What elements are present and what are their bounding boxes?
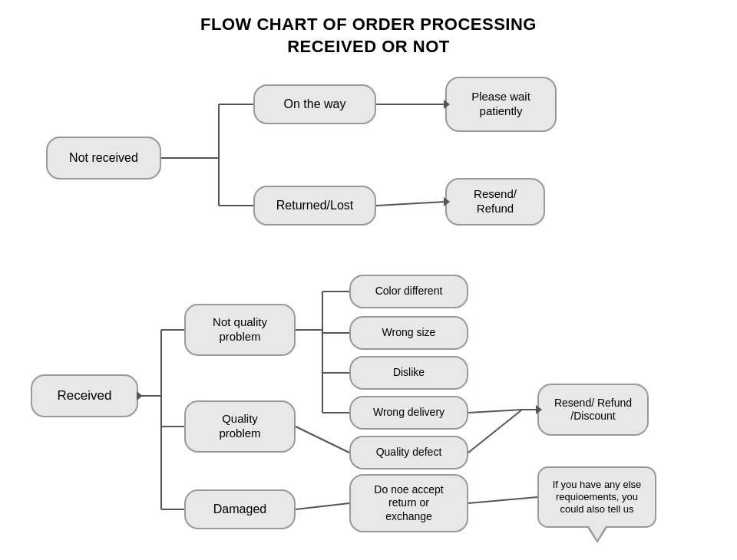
svg-line-18	[296, 503, 349, 509]
on-the-way-node: On the way	[253, 84, 376, 124]
speech-bubble-node: If you have any else requioements, you c…	[537, 466, 656, 528]
do-not-accept-node: Do noe accept return or exchange	[349, 474, 468, 532]
svg-line-5	[376, 202, 445, 206]
page-title: FLOW CHART OF ORDER PROCESSING RECEIVED …	[0, 0, 737, 58]
quality-problem-node: Quality problem	[184, 400, 296, 453]
svg-line-17	[296, 427, 349, 453]
returned-lost-node: Returned/Lost	[253, 186, 376, 226]
svg-line-19	[468, 410, 522, 413]
resend-refund-top-node: Resend/ Refund	[445, 178, 545, 226]
dislike-node: Dislike	[349, 356, 468, 390]
quality-defect-node: Quality defect	[349, 436, 468, 469]
svg-line-20	[468, 410, 522, 453]
not-quality-node: Not quality problem	[184, 304, 296, 356]
please-wait-node: Please wait patiently	[445, 77, 557, 132]
svg-line-22	[468, 497, 537, 503]
received-node: Received	[31, 374, 138, 417]
wrong-delivery-node: Wrong delivery	[349, 396, 468, 430]
damaged-node: Damaged	[184, 489, 296, 529]
not-received-node: Not received	[46, 137, 161, 180]
wrong-size-node: Wrong size	[349, 316, 468, 350]
resend-refund-discount-node: Resend/ Refund /Discount	[537, 384, 649, 436]
color-different-node: Color different	[349, 275, 468, 308]
